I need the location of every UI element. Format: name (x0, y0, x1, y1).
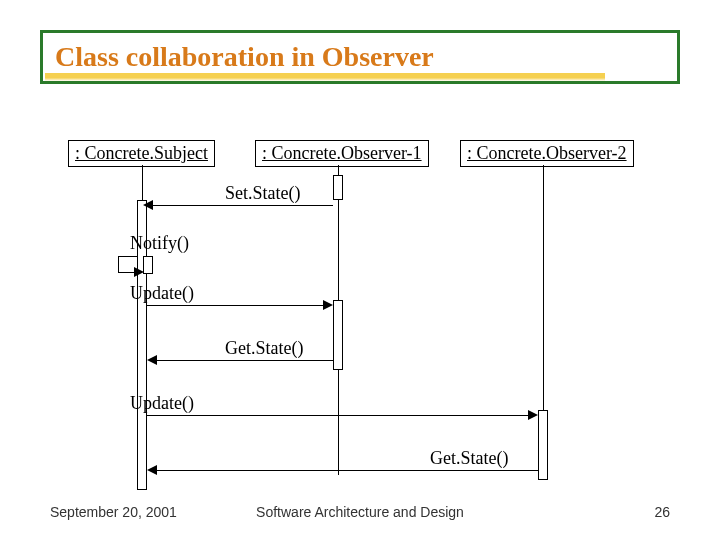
arrow-getstate1 (157, 360, 333, 361)
arrow-update2 (147, 415, 528, 416)
arrowhead-update1 (323, 300, 333, 310)
footer-center: Software Architecture and Design (0, 504, 720, 520)
msg-getstate2: Get.State() (430, 448, 508, 469)
title-container: Class collaboration in Observer (40, 30, 680, 84)
activation-observer2-update (538, 410, 548, 480)
actor-observer1: : Concrete.Observer-1 (255, 140, 429, 167)
arrow-update1 (147, 305, 323, 306)
actor-subject: : Concrete.Subject (68, 140, 215, 167)
arrowhead-getstate1 (147, 355, 157, 365)
msg-setstate: Set.State() (225, 183, 300, 204)
arrowhead-notify (134, 267, 144, 277)
notify-top (118, 256, 138, 257)
activation-observer1-update (333, 300, 343, 370)
msg-update1: Update() (130, 283, 194, 304)
arrow-getstate2 (157, 470, 538, 471)
activation-observer1-init (333, 175, 343, 200)
actor-observer2: : Concrete.Observer-2 (460, 140, 634, 167)
notify-side (118, 256, 119, 272)
msg-getstate1: Get.State() (225, 338, 303, 359)
activation-subject-notify (143, 256, 153, 274)
msg-notify: Notify() (130, 233, 189, 254)
arrowhead-setstate (143, 200, 153, 210)
page-title: Class collaboration in Observer (55, 41, 665, 73)
msg-update2: Update() (130, 393, 194, 414)
title-underline (45, 73, 605, 81)
arrowhead-getstate2 (147, 465, 157, 475)
arrow-setstate (153, 205, 333, 206)
footer-page: 26 (654, 504, 670, 520)
arrowhead-update2 (528, 410, 538, 420)
